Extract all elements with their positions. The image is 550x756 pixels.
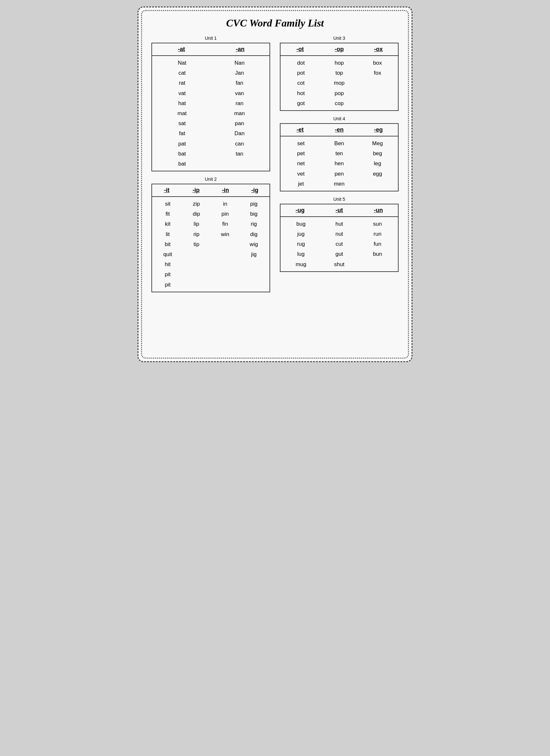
- unit3-header-ox: -ox: [359, 43, 398, 55]
- word-item: pet: [297, 149, 305, 158]
- unit4-body: set pet net vet jet Ben ten hen pen men: [281, 136, 398, 191]
- word-item: hit: [165, 260, 170, 269]
- word-item: top: [336, 69, 343, 77]
- unit5-header-ut: -ut: [320, 204, 359, 216]
- unit1-label: Unit 1: [151, 36, 270, 41]
- word-item: men: [334, 179, 345, 188]
- left-column: Unit 1 -at -an Nat cat rat vat hat ma: [151, 36, 270, 297]
- unit4-section: Unit 4 -et -en -eg set pet net vet jet: [280, 116, 399, 191]
- word-item: Meg: [372, 139, 383, 148]
- unit4-col-en: Ben ten hen pen men: [320, 139, 358, 188]
- unit3-table: -ot -op -ox dot pot cot hot got: [280, 43, 399, 111]
- word-item: van: [235, 89, 244, 98]
- unit3-body: dot pot cot hot got hop top mop pop cop: [281, 56, 398, 110]
- unit5-label: Unit 5: [280, 197, 399, 202]
- word-item: leg: [374, 159, 381, 168]
- unit2-table: -it -ip -in -ig sit fit kit lit bit quit: [151, 184, 270, 292]
- unit2-col-in: in pin fin win: [211, 200, 240, 289]
- word-item: dip: [193, 210, 200, 218]
- word-item: gut: [336, 250, 343, 258]
- unit1-header-an: -an: [211, 43, 270, 55]
- unit2-header-it: -it: [152, 184, 181, 196]
- unit4-table: -et -en -eg set pet net vet jet: [280, 123, 399, 191]
- word-item: lip: [194, 220, 199, 228]
- unit2-section: Unit 2 -it -ip -in -ig sit fit kit lit: [151, 177, 270, 292]
- unit1-header-row: -at -an: [152, 43, 269, 56]
- unit5-header-ug: -ug: [281, 204, 320, 216]
- word-item: cot: [297, 79, 305, 87]
- word-item: pat: [178, 139, 186, 148]
- word-item: beg: [373, 149, 382, 158]
- word-item: wig: [250, 240, 258, 249]
- word-item: hop: [335, 59, 344, 67]
- unit2-header-in: -in: [211, 184, 240, 196]
- word-item: Jan: [235, 69, 244, 77]
- word-item: net: [297, 159, 305, 168]
- unit4-col-eg: Meg beg leg egg: [359, 139, 397, 188]
- word-item: Nan: [234, 59, 244, 67]
- unit2-header-ig: -ig: [240, 184, 269, 196]
- word-item: got: [297, 99, 305, 108]
- unit5-col-ug: bug jug rug lug mug: [282, 220, 320, 269]
- word-item: pot: [297, 69, 305, 77]
- unit4-label: Unit 4: [280, 116, 399, 121]
- word-item: fox: [374, 69, 381, 77]
- unit2-col-ig: pig big rig dig wig jig: [239, 200, 268, 289]
- word-item: egg: [373, 169, 382, 178]
- word-item: vet: [297, 169, 305, 178]
- unit5-header-row: -ug -ut -un: [281, 204, 398, 217]
- word-item: pen: [335, 169, 344, 178]
- word-item: tip: [193, 240, 199, 249]
- unit5-header-un: -un: [359, 204, 398, 216]
- word-item: mat: [178, 109, 187, 118]
- word-item: tan: [235, 149, 243, 158]
- word-item: hut: [336, 220, 343, 228]
- word-item: in: [223, 200, 227, 208]
- unit5-body: bug jug rug lug mug hut nut cut gut shut: [281, 217, 398, 271]
- word-item: mug: [296, 260, 307, 269]
- word-item: dot: [297, 59, 305, 67]
- word-item: ten: [336, 149, 343, 158]
- word-item: Ben: [334, 139, 344, 148]
- word-item: cop: [335, 99, 344, 108]
- unit5-col-un: sun run fun bun: [359, 220, 397, 269]
- word-item: mop: [334, 79, 345, 87]
- unit5-section: Unit 5 -ug -ut -un bug jug rug lug mug: [280, 197, 399, 272]
- word-item: rug: [297, 240, 305, 248]
- unit3-header-row: -ot -op -ox: [281, 43, 398, 56]
- word-item: rat: [179, 79, 185, 87]
- word-item: bit: [165, 240, 170, 249]
- word-item: run: [374, 230, 382, 238]
- unit4-header-eg: -eg: [359, 124, 398, 136]
- unit3-header-ot: -ot: [281, 43, 320, 55]
- unit4-header-en: -en: [320, 124, 359, 136]
- word-item: shut: [334, 260, 344, 269]
- word-item: lug: [297, 250, 305, 258]
- word-item: pit: [165, 270, 170, 279]
- unit1-table: -at -an Nat cat rat vat hat mat sat fat: [151, 43, 270, 171]
- unit2-body: sit fit kit lit bit quit hit pit pit zip: [152, 197, 269, 292]
- unit2-label: Unit 2: [151, 177, 270, 182]
- word-item: man: [234, 109, 245, 118]
- page-container: CVC Word Family List Unit 1 -at -an Nat …: [137, 6, 413, 362]
- unit4-header-row: -et -en -eg: [281, 124, 398, 136]
- unit2-col-ip: zip dip lip rip tip: [182, 200, 211, 289]
- word-item: hen: [335, 159, 344, 168]
- word-item: pin: [221, 210, 229, 218]
- unit3-section: Unit 3 -ot -op -ox dot pot cot hot got: [280, 36, 399, 111]
- word-item: win: [221, 230, 229, 239]
- word-item: pan: [235, 119, 244, 128]
- unit3-col-ox: box fox: [359, 59, 397, 108]
- word-item: bat: [178, 149, 186, 158]
- word-item: jug: [297, 230, 305, 238]
- word-item: Dan: [234, 129, 244, 138]
- word-item: fin: [222, 220, 228, 228]
- unit3-col-ot: dot pot cot hot got: [282, 59, 320, 108]
- word-item: pop: [335, 89, 344, 98]
- unit5-col-ut: hut nut cut gut shut: [320, 220, 358, 269]
- unit1-section: Unit 1 -at -an Nat cat rat vat hat ma: [151, 36, 270, 171]
- word-item: lit: [166, 230, 169, 239]
- unit1-col-an: Nan Jan fan van ran man pan Dan can tan: [211, 59, 268, 168]
- word-item: dig: [250, 230, 257, 239]
- unit3-label: Unit 3: [280, 36, 399, 41]
